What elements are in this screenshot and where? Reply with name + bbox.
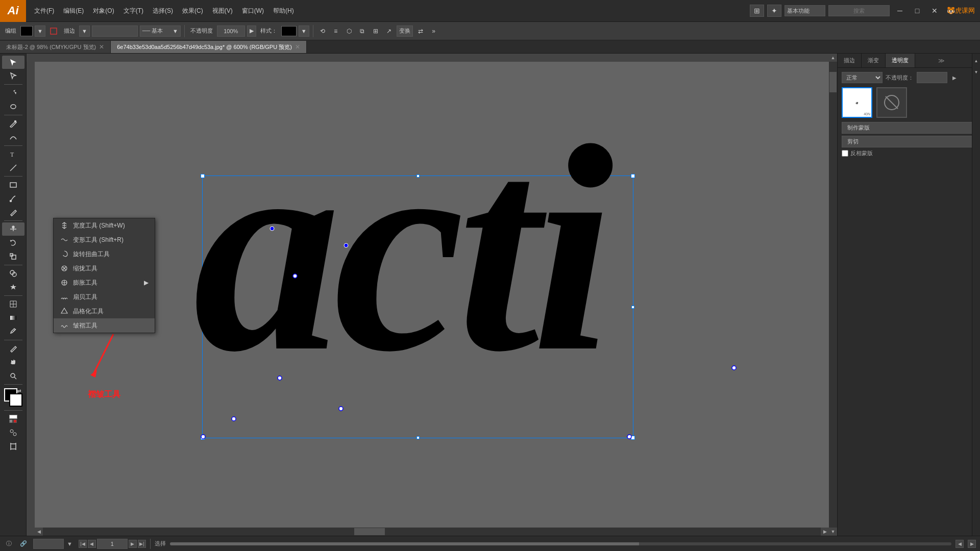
menu-edit[interactable]: 编辑(E)	[59, 5, 88, 17]
pattern-btn[interactable]	[2, 426, 24, 439]
menu-object[interactable]: 对象(O)	[89, 5, 118, 17]
blend-mode-select[interactable]: 正常	[842, 72, 883, 83]
opacity-input[interactable]	[217, 26, 245, 37]
zoom-dropdown-btn[interactable]: ▼	[65, 541, 75, 547]
mask-thumbnail[interactable]	[876, 87, 907, 118]
sel-handle-br[interactable]	[631, 436, 635, 440]
arrange-icon[interactable]: ⧉	[357, 26, 368, 37]
lasso-btn[interactable]	[2, 100, 24, 113]
crystallize-tool-item[interactable]: 晶格化工具	[54, 304, 155, 318]
hand-btn[interactable]	[2, 356, 24, 369]
restore-button[interactable]: □	[910, 5, 924, 16]
livepaint-btn[interactable]	[2, 281, 24, 294]
menu-help[interactable]: 帮助(H)	[269, 5, 298, 17]
pen-btn[interactable]	[2, 117, 24, 130]
panel-tab-transparency[interactable]: 透明度	[886, 54, 915, 67]
view-mode-btn[interactable]	[2, 412, 24, 425]
opacity-arrow[interactable]: ▶	[950, 73, 959, 82]
scroll-track[interactable]	[829, 62, 837, 528]
align-icon[interactable]: ≡	[330, 26, 341, 37]
opacity-play[interactable]: ▶	[247, 26, 256, 37]
workspace-selector[interactable]: 基本功能	[785, 5, 825, 16]
zoom-btn[interactable]	[2, 369, 24, 383]
eraser-btn[interactable]	[2, 342, 24, 355]
close-button[interactable]: ✕	[927, 5, 942, 16]
pathfinder-icon[interactable]: ⬡	[344, 26, 355, 37]
scroll-up-btn[interactable]: ▲	[829, 54, 837, 62]
minimize-button[interactable]: ─	[893, 5, 907, 16]
page-next-btn[interactable]: ▶	[129, 540, 137, 548]
style-swatch[interactable]	[281, 26, 297, 36]
pucker-tool-item[interactable]: 缩拢工具	[54, 261, 155, 276]
scroll-thumb[interactable]	[829, 72, 837, 92]
clip-btn[interactable]: 剪切	[842, 136, 976, 147]
scroll-right-btn[interactable]: ▶	[821, 528, 829, 536]
canvas-area[interactable]: acti 宽度工具 (Shift+W)	[27, 54, 837, 536]
panel-scroll-up[interactable]: ▲	[972, 56, 981, 65]
menu-effect[interactable]: 效果(C)	[178, 5, 207, 17]
fill-color-swatch[interactable]	[20, 26, 33, 36]
scroll-h-track[interactable]	[43, 528, 821, 536]
opacity-panel-input[interactable]: 100%	[917, 72, 947, 83]
swap-colors[interactable]: ⇄	[17, 388, 21, 393]
background-color[interactable]	[9, 393, 22, 407]
direct-selection-btn[interactable]	[2, 69, 24, 83]
tab-2-close[interactable]: ✕	[295, 43, 300, 51]
twirl-tool-item[interactable]: 旋转扭曲工具	[54, 247, 155, 261]
page-first-btn[interactable]: |◀	[79, 540, 87, 548]
rect-btn[interactable]	[2, 178, 24, 191]
pencil-btn[interactable]	[2, 206, 24, 219]
flip-h-icon[interactable]: ⇄	[415, 26, 426, 37]
mesh-btn[interactable]	[2, 297, 24, 311]
tab-1[interactable]: 未标题-2 @ 98% (CMYK/GPU 预览) ✕	[0, 41, 111, 53]
arrange-icon-btn[interactable]: ⊞	[750, 5, 764, 17]
status-right-arrow[interactable]: ▶	[968, 540, 976, 548]
status-left-arrow[interactable]: ◀	[955, 540, 964, 548]
scale-btn[interactable]	[2, 250, 24, 263]
panel-tab-stroke[interactable]: 描边	[838, 54, 862, 67]
canvas-scrollbar-h[interactable]: ◀ ▶	[35, 528, 829, 536]
group-icon[interactable]: ⊞	[370, 26, 381, 37]
style-dropdown[interactable]: ▼	[299, 26, 309, 37]
status-info-icon[interactable]: ⓘ	[4, 540, 14, 547]
stroke-dropdown[interactable]: ── 基本▼	[140, 26, 181, 37]
menu-view[interactable]: 视图(V)	[208, 5, 237, 17]
zoom-input[interactable]: 600%	[33, 539, 64, 549]
rotate-btn[interactable]	[2, 236, 24, 249]
page-input[interactable]	[97, 539, 128, 549]
width-tool-item[interactable]: 宽度工具 (Shift+W)	[54, 218, 155, 233]
transform-icon[interactable]: ⟲	[317, 26, 328, 37]
search-input[interactable]	[828, 5, 890, 16]
stroke-icon[interactable]	[47, 26, 60, 37]
menu-select[interactable]: 选择(S)	[149, 5, 177, 17]
eyedropper-btn[interactable]	[2, 325, 24, 338]
menu-file[interactable]: 文件(F)	[30, 5, 58, 17]
type-btn[interactable]: T	[2, 147, 24, 161]
curvature-btn[interactable]	[2, 131, 24, 144]
magic-wand-btn[interactable]	[2, 86, 24, 99]
selection-tool-btn[interactable]	[2, 56, 24, 69]
scallop-tool-item[interactable]: 扇贝工具	[54, 290, 155, 304]
wrinkle-tool-item[interactable]: 皱褶工具	[54, 318, 155, 333]
stroke-input[interactable]	[92, 26, 138, 37]
status-link-icon[interactable]: 🔗	[18, 540, 29, 547]
canvas-scrollbar-v[interactable]: ▲ ▼	[829, 54, 837, 536]
stroke-weight[interactable]: ▼	[79, 26, 90, 37]
fill-options[interactable]: ▼	[35, 26, 45, 37]
invert-mask-checkbox[interactable]	[842, 150, 848, 157]
page-prev-btn[interactable]: ◀	[88, 540, 96, 548]
sel-handle-bl[interactable]	[201, 436, 205, 440]
scroll-left-btn[interactable]: ◀	[35, 528, 43, 536]
make-mask-btn[interactable]: 制作蒙版	[842, 122, 976, 134]
line-btn[interactable]	[2, 161, 24, 174]
bloat-tool-item[interactable]: 膨胀工具 ▶	[54, 276, 155, 290]
panel-menu-arrow[interactable]: ≫	[935, 54, 948, 67]
tab-2[interactable]: 6e74b33e53d0aa5d5256b47d49dc53a.jpg* @ 6…	[111, 41, 307, 53]
sel-handle-tr[interactable]	[631, 174, 635, 178]
scroll-down-btn[interactable]: ▼	[829, 528, 837, 536]
tab-1-close[interactable]: ✕	[99, 43, 104, 51]
shapebuilder-btn[interactable]	[2, 267, 24, 280]
menu-text[interactable]: 文字(T)	[119, 5, 148, 17]
width-tool-btn[interactable]	[2, 222, 24, 236]
artboard-btn[interactable]	[2, 440, 24, 453]
